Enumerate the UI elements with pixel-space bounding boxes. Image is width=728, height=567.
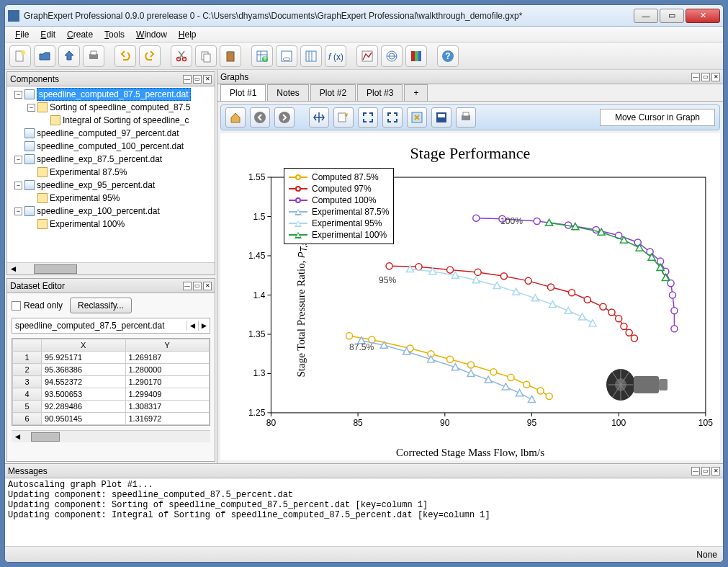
copy-button[interactable] [195, 45, 217, 67]
new-dataset-button[interactable]: + [251, 45, 273, 67]
messages-log[interactable]: Autoscaling graph Plot #1... Updating co… [5, 478, 723, 546]
svg-point-72 [490, 369, 497, 375]
dataset-columns-button[interactable] [300, 45, 322, 67]
tree-expander[interactable]: − [14, 156, 22, 164]
save-plot-button[interactable] [431, 107, 451, 128]
configure-button[interactable] [407, 107, 427, 128]
menu-file[interactable]: File [9, 28, 35, 41]
components-tree[interactable]: −speedline_computed_87.5_percent.dat−Sor… [7, 86, 215, 262]
tree-item[interactable]: Experimental 100% [9, 218, 213, 231]
panel-maximize-button[interactable]: ▭ [701, 73, 710, 81]
panel-minimize-button[interactable]: — [691, 73, 700, 81]
tab-plot-1[interactable]: Plot #1 [220, 84, 266, 101]
tree-expander[interactable]: − [14, 207, 22, 215]
read-only-checkbox[interactable]: Read only [12, 300, 63, 311]
fullscreen-button[interactable] [358, 107, 378, 128]
panel-close-button[interactable]: ✕ [711, 467, 720, 476]
table-row[interactable]: 295.3683861.280000 [13, 364, 210, 376]
autoscale-button[interactable] [382, 107, 403, 128]
menu-tools[interactable]: Tools [99, 28, 130, 41]
svg-rect-27 [415, 51, 418, 61]
maximize-button[interactable]: ▭ [660, 9, 684, 23]
tree-item[interactable]: speedline_computed_97_percent.dat [9, 127, 213, 140]
svg-point-94 [534, 218, 540, 225]
minimize-button[interactable]: — [634, 9, 658, 23]
sheet-prev-button[interactable]: ◄ [187, 321, 198, 331]
tab-notes[interactable]: Notes [267, 84, 308, 101]
function-button[interactable]: f(x) [325, 45, 346, 67]
tree-item-label: speedline_exp_95_percent.dat [37, 180, 155, 190]
panel-maximize-button[interactable]: ▭ [701, 467, 710, 476]
open-button[interactable] [34, 45, 55, 67]
tree-item[interactable]: −speedline_exp_95_percent.dat [9, 179, 213, 192]
tab-add[interactable]: + [404, 84, 428, 101]
tab-plot-3[interactable]: Plot #3 [357, 84, 403, 101]
help-button[interactable]: ? [437, 45, 459, 67]
svg-point-81 [500, 273, 507, 280]
table-row[interactable]: 394.5523721.290170 [13, 376, 210, 388]
tree-expander[interactable]: − [14, 182, 22, 189]
edit-button[interactable] [333, 107, 354, 128]
panel-minimize-button[interactable]: — [183, 75, 192, 84]
tree-expander[interactable]: − [14, 91, 22, 99]
svg-point-104 [671, 308, 678, 314]
back-button[interactable] [250, 107, 270, 128]
polar-plot-button[interactable] [381, 45, 403, 67]
link-dataset-button[interactable] [276, 45, 297, 67]
panel-close-button[interactable]: ✕ [203, 75, 212, 84]
tab-plot-2[interactable]: Plot #2 [310, 84, 356, 101]
legend-item: Computed 97% [289, 183, 389, 195]
messages-panel-title: Messages [8, 466, 691, 476]
new-plot-button[interactable] [356, 45, 378, 67]
svg-text:105: 105 [698, 418, 713, 428]
tree-item[interactable]: Experimental 95% [9, 192, 213, 205]
tree-item[interactable]: speedline_computed_100_percent.dat [9, 140, 213, 153]
menu-help[interactable]: Help [173, 28, 202, 41]
pan-button[interactable] [309, 107, 329, 128]
panel-minimize-button[interactable]: — [691, 467, 700, 476]
paste-button[interactable] [220, 45, 241, 67]
table-row[interactable]: 195.9251711.269187 [13, 352, 210, 364]
tree-item[interactable]: −speedline_computed_87.5_percent.dat [9, 88, 213, 101]
tree-item[interactable]: −speedline_exp_87.5_percent.dat [9, 153, 213, 166]
svg-point-66 [346, 333, 353, 339]
new-button[interactable] [9, 45, 31, 67]
panel-maximize-button[interactable]: ▭ [193, 282, 202, 290]
dataset-hscroll[interactable]: ◄ [12, 430, 210, 442]
panel-maximize-button[interactable]: ▭ [193, 75, 202, 84]
tree-hscroll[interactable]: ◄ [7, 262, 215, 274]
close-button[interactable]: ✕ [686, 9, 720, 23]
svg-point-79 [447, 267, 454, 273]
save-button[interactable] [58, 45, 80, 67]
table-row[interactable]: 592.2894861.308317 [13, 401, 210, 413]
print-plot-button[interactable] [456, 107, 476, 128]
reclassify-button[interactable]: Reclassify... [70, 298, 132, 313]
svg-text:1.45: 1.45 [248, 251, 266, 261]
menu-edit[interactable]: Edit [35, 28, 61, 41]
result-icon [37, 102, 48, 112]
titlebar[interactable]: GraphExpert Professional 0.9.0 prereleas… [5, 5, 723, 27]
color-plot-button[interactable] [405, 45, 427, 67]
print-button[interactable] [83, 45, 104, 67]
panel-minimize-button[interactable]: — [183, 282, 192, 290]
panel-close-button[interactable]: ✕ [711, 73, 720, 81]
undo-button[interactable] [114, 45, 136, 67]
cut-button[interactable] [171, 45, 192, 67]
menu-window[interactable]: Window [130, 28, 173, 41]
forward-button[interactable] [274, 107, 295, 128]
tree-item[interactable]: −speedline_exp_100_percent.dat [9, 205, 213, 218]
table-row[interactable]: 690.9501451.316972 [13, 413, 210, 425]
redo-button[interactable] [139, 45, 161, 67]
menu-create[interactable]: Create [61, 28, 99, 41]
tree-item[interactable]: −Sorting of speedline_computed_87.5 [9, 101, 213, 114]
panel-close-button[interactable]: ✕ [203, 282, 212, 290]
tree-item[interactable]: Integral of Sorting of speedline_c [9, 114, 213, 127]
table-row[interactable]: 493.5006531.299409 [13, 388, 210, 401]
tree-item[interactable]: Experimental 87.5% [9, 166, 213, 179]
home-button[interactable] [225, 107, 246, 128]
plot-area[interactable]: Stage Performance Stage Total Pressure R… [220, 133, 720, 460]
sheet-next-button[interactable]: ► [198, 321, 210, 331]
svg-text:1.35: 1.35 [248, 329, 266, 339]
tree-expander[interactable]: − [27, 104, 35, 112]
dataset-table[interactable]: XY 195.9251711.269187295.3683861.2800003… [12, 338, 210, 426]
